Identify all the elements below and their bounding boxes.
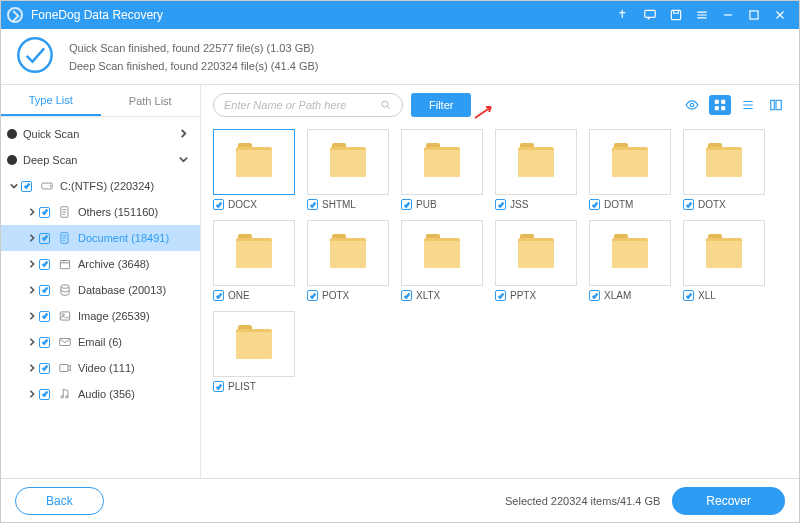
folder-thumb[interactable]: [401, 129, 483, 195]
folder-thumb[interactable]: [495, 129, 577, 195]
tree-item-doc[interactable]: Document (18491): [1, 225, 200, 251]
file-item[interactable]: DOTM: [589, 129, 671, 210]
file-item[interactable]: DOCX: [213, 129, 295, 210]
folder-thumb[interactable]: [213, 311, 295, 377]
tree-label: Document (18491): [78, 232, 169, 244]
tab-type-list[interactable]: Type List: [1, 85, 101, 116]
folder-thumb[interactable]: [307, 129, 389, 195]
tab-path-list[interactable]: Path List: [101, 85, 201, 116]
view-list-icon[interactable]: [737, 95, 759, 115]
search-input[interactable]: [213, 93, 403, 117]
filter-button[interactable]: Filter: [411, 93, 471, 117]
folder-thumb[interactable]: [307, 220, 389, 286]
file-item[interactable]: JSS: [495, 129, 577, 210]
view-grid-icon[interactable]: [709, 95, 731, 115]
checkbox-checked[interactable]: [401, 290, 412, 301]
feedback-icon[interactable]: [637, 1, 663, 29]
file-item[interactable]: PPTX: [495, 220, 577, 301]
checkbox-checked[interactable]: [495, 290, 506, 301]
checkbox-checked[interactable]: [39, 285, 50, 296]
checkbox-checked[interactable]: [39, 233, 50, 244]
checkbox-checked[interactable]: [589, 199, 600, 210]
tree-item-archive[interactable]: Archive (3648): [1, 251, 200, 277]
tree-deep-scan[interactable]: Deep Scan: [1, 147, 200, 173]
file-item[interactable]: SHTML: [307, 129, 389, 210]
svg-point-17: [690, 103, 694, 107]
svg-rect-0: [645, 10, 656, 17]
svg-rect-8: [60, 261, 69, 269]
tree-item-file[interactable]: Others (151160): [1, 199, 200, 225]
recover-button[interactable]: Recover: [672, 487, 785, 515]
preview-toggle-icon[interactable]: [681, 95, 703, 115]
svg-rect-10: [60, 312, 69, 320]
checkbox-checked[interactable]: [21, 181, 32, 192]
file-item[interactable]: ONE: [213, 220, 295, 301]
checkbox-checked[interactable]: [39, 259, 50, 270]
file-item[interactable]: XLTX: [401, 220, 483, 301]
file-name: DOTM: [604, 199, 633, 210]
folder-icon: [706, 147, 742, 177]
back-button[interactable]: Back: [15, 487, 104, 515]
checkbox-checked[interactable]: [213, 199, 224, 210]
checkbox-checked[interactable]: [683, 290, 694, 301]
save-icon[interactable]: [663, 1, 689, 29]
file-name: PUB: [416, 199, 437, 210]
checkbox-checked[interactable]: [683, 199, 694, 210]
file-name: DOCX: [228, 199, 257, 210]
minimize-icon[interactable]: [715, 1, 741, 29]
folder-icon: [424, 147, 460, 177]
image-icon: [56, 309, 74, 323]
checkbox-checked[interactable]: [213, 290, 224, 301]
maximize-icon[interactable]: [741, 1, 767, 29]
file-item[interactable]: XLAM: [589, 220, 671, 301]
checkbox-checked[interactable]: [39, 311, 50, 322]
file-name: PPTX: [510, 290, 536, 301]
tree-item-email[interactable]: Email (6): [1, 329, 200, 355]
file-item[interactable]: XLL: [683, 220, 765, 301]
file-item[interactable]: PLIST: [213, 311, 295, 392]
folder-thumb[interactable]: [213, 220, 295, 286]
svg-rect-13: [60, 365, 68, 372]
checkbox-checked[interactable]: [39, 337, 50, 348]
menu-icon[interactable]: [689, 1, 715, 29]
folder-thumb[interactable]: [683, 220, 765, 286]
tree: Quick Scan Deep Scan C:(NTFS) (220324) O…: [1, 117, 200, 478]
app-logo-icon: [7, 7, 23, 23]
file-item[interactable]: POTX: [307, 220, 389, 301]
tree-item-image[interactable]: Image (26539): [1, 303, 200, 329]
chevron-down-icon: [7, 182, 21, 190]
dot-icon: [7, 129, 17, 139]
folder-thumb[interactable]: [589, 220, 671, 286]
folder-thumb[interactable]: [213, 129, 295, 195]
app-title: FoneDog Data Recovery: [31, 8, 163, 22]
file-item[interactable]: PUB: [401, 129, 483, 210]
checkbox-checked[interactable]: [213, 381, 224, 392]
folder-icon: [330, 147, 366, 177]
tree-item-db[interactable]: Database (20013): [1, 277, 200, 303]
checkbox-checked[interactable]: [39, 207, 50, 218]
checkbox-checked[interactable]: [307, 290, 318, 301]
folder-thumb[interactable]: [401, 220, 483, 286]
search-field[interactable]: [224, 99, 380, 111]
tree-item-audio[interactable]: Audio (356): [1, 381, 200, 407]
checkbox-checked[interactable]: [307, 199, 318, 210]
file-grid: DOCXSHTMLPUBJSSDOTMDOTX ONEPOTXXLTXPPTXX…: [201, 125, 799, 478]
checkbox-checked[interactable]: [401, 199, 412, 210]
checkbox-checked[interactable]: [39, 363, 50, 374]
svg-rect-18: [715, 100, 719, 104]
view-detail-icon[interactable]: [765, 95, 787, 115]
svg-rect-20: [715, 106, 719, 110]
tree-quick-scan[interactable]: Quick Scan: [1, 121, 200, 147]
share-icon[interactable]: [611, 1, 637, 29]
tree-label: Quick Scan: [23, 128, 174, 140]
folder-thumb[interactable]: [683, 129, 765, 195]
tree-drive[interactable]: C:(NTFS) (220324): [1, 173, 200, 199]
tree-item-video[interactable]: Video (111): [1, 355, 200, 381]
folder-thumb[interactable]: [589, 129, 671, 195]
folder-thumb[interactable]: [495, 220, 577, 286]
close-icon[interactable]: [767, 1, 793, 29]
checkbox-checked[interactable]: [39, 389, 50, 400]
checkbox-checked[interactable]: [589, 290, 600, 301]
file-item[interactable]: DOTX: [683, 129, 765, 210]
checkbox-checked[interactable]: [495, 199, 506, 210]
